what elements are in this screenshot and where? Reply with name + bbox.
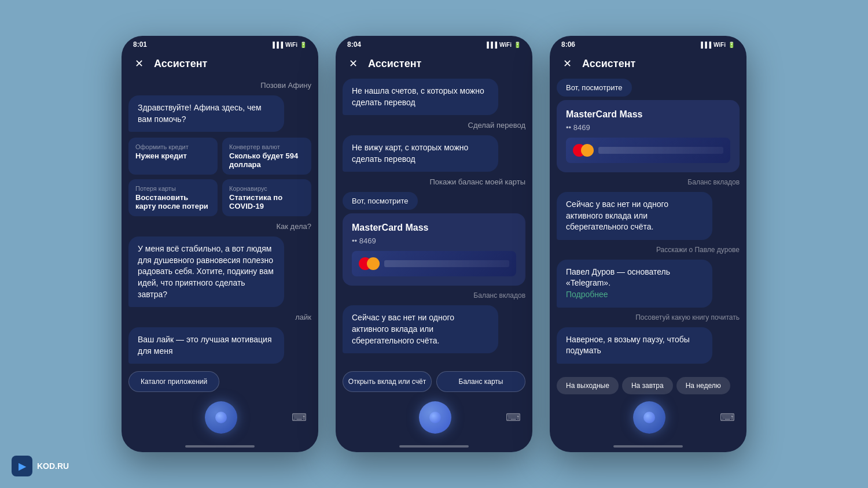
quick-reply-card-loss-label: Потеря карты [135,185,211,192]
battery-icon: 🔋 [300,42,307,48]
close-button-3[interactable]: ✕ [559,56,575,72]
status-icons-3: ▐▐▐ WiFi 🔋 [699,42,735,48]
phone-screen-3: 8:06 ▐▐▐ WiFi 🔋 ✕ Ассистент Вот, посмотр… [550,36,746,452]
suggestion-btn-tomorrow[interactable]: На завтра [622,377,673,394]
home-indicator-2 [399,445,469,448]
keyboard-icon-2[interactable]: ⌨ [506,411,521,424]
msg-user-s2-3: Баланс вкладов [343,289,525,302]
status-bar-2: 8:04 ▐▐▐ WiFi 🔋 [336,36,532,51]
open-account-btn[interactable]: Открыть вклад или счёт [343,371,432,392]
wifi-icon: WiFi [285,42,297,48]
voice-bar-1: ⌨ [122,397,318,443]
nav-title-2: Ассистент [368,58,421,70]
bottom-buttons-2: Открыть вклад или счёт Баланс карты [336,367,532,397]
brand-logo-icon: ▶ [12,456,32,476]
msg-bot-partial: Не нашла счетов, с которых можно сделать… [343,79,498,115]
mastercard-logo-s2 [359,257,380,270]
quick-reply-credit[interactable]: Оформить кредит Нужен кредит [128,138,218,175]
msg-user-2: Как дела? [128,220,311,233]
close-button-1[interactable]: ✕ [131,56,147,72]
home-indicator-1 [185,445,255,448]
nav-bar-3: ✕ Ассистент [550,51,746,79]
quick-reply-covid[interactable]: Коронавирус Статистика по COVID-19 [222,179,311,216]
suggestions-row-3: На выходные На завтра На неделю [550,375,746,397]
phone-screen-1: 8:01 ▐▐▐ WiFi 🔋 ✕ Ассистент Позови Афину… [122,36,318,452]
quick-reply-covid-value: Статистика по COVID-19 [229,193,304,210]
suggestion-btn-week[interactable]: На неделю [676,377,730,394]
voice-button-1[interactable] [205,401,237,434]
suggestion-btn-weekend[interactable]: На выходные [557,377,619,394]
status-bar-1: 8:01 ▐▐▐ WiFi 🔋 [122,36,318,51]
voice-bar-3: ⌨ [550,397,746,443]
time-1: 8:01 [133,40,147,49]
voice-bar-2: ⌨ [336,397,532,443]
keyboard-icon-3[interactable]: ⌨ [720,411,735,424]
nav-bar-2: ✕ Ассистент [336,51,532,79]
quick-reply-currency-value: Сколько будет 594 доллара [229,151,304,169]
card-widget-s2: MasterCard Mass •• 8469 [343,213,525,286]
bot-s3-link[interactable]: Подробнее [566,290,608,299]
card-visual-s2 [352,251,516,276]
close-button-2[interactable]: ✕ [345,56,361,72]
msg-user-3: лайк [128,310,311,324]
chat-area-3: Вот, посмотрите MasterCard Mass •• 8469 … [550,79,746,375]
msg-user-s3-3: Посоветуй какую книгу почитать [557,311,740,324]
chat-area-2: Не нашла счетов, с которых можно сделать… [336,79,532,367]
card-stripe-s2 [384,260,509,267]
bottom-buttons-1: Каталог приложений [122,367,318,397]
nav-bar-1: ✕ Ассистент [122,51,318,79]
home-indicator-3 [613,445,683,448]
signal-icon: ▐▐▐ [271,42,283,48]
msg-bot-s2-1: Не вижу карт, с которых можно сделать пе… [343,135,498,172]
chat-area-1: Позови Афину Здравствуйте! Афина здесь, … [122,79,318,367]
brand-icon-symbol: ▶ [19,461,25,472]
msg-user-s2-1: Сделай перевод [343,119,525,132]
msg-bot-s3-1: Сейчас у вас нет ни одного активного вкл… [557,192,712,240]
keyboard-icon-1[interactable]: ⌨ [292,411,307,424]
bot-s3-main-text: Павел Дуров — основатель «Telegram». [566,267,670,288]
mc-circle-right-s3 [581,144,594,157]
msg-bot-2: У меня всё стабильно, а вот людям для ду… [128,236,284,307]
signal-icon-2: ▐▐▐ [485,42,497,48]
signal-icon-3: ▐▐▐ [699,42,711,48]
quick-reply-covid-label: Коронавирус [229,185,304,192]
voice-btn-inner-2 [429,412,441,423]
voice-btn-inner-3 [643,412,655,423]
voice-button-3[interactable] [633,401,665,434]
card-name-s2: MasterCard Mass [352,223,516,233]
quick-reply-card-loss-value: Восстановить карту после потери [135,193,211,210]
battery-icon-2: 🔋 [514,42,521,48]
brand-name: KOD.RU [37,461,69,471]
card-name-s3: MasterCard Mass [566,109,730,120]
phone-screen-2: 8:04 ▐▐▐ WiFi 🔋 ✕ Ассистент Не нашла сче… [336,36,532,452]
card-number-s3: •• 8469 [566,123,730,132]
battery-icon-3: 🔋 [728,42,735,48]
quick-reply-currency[interactable]: Конвертер валют Сколько будет 594 доллар… [222,138,311,175]
quick-reply-card-loss[interactable]: Потеря карты Восстановить карту после по… [128,179,218,216]
quick-replies-grid: Оформить кредит Нужен кредит Конвертер в… [128,138,311,216]
msg-bot-s3-2: Павел Дуров — основатель «Telegram». Под… [557,260,712,308]
status-icons-1: ▐▐▐ WiFi 🔋 [271,42,307,48]
msg-bot-3: Ваш лайк — это лучшая мотивация для меня [128,327,284,364]
nav-title-1: Ассистент [154,58,207,70]
status-icons-2: ▐▐▐ WiFi 🔋 [485,42,521,48]
quick-reply-credit-label: Оформить кредит [135,143,211,150]
status-bar-3: 8:06 ▐▐▐ WiFi 🔋 [550,36,746,51]
voice-button-2[interactable] [419,401,451,434]
time-3: 8:06 [561,40,575,49]
quick-reply-currency-label: Конвертер валют [229,143,304,150]
wifi-icon-3: WiFi [713,42,726,48]
catalog-button[interactable]: Каталог приложений [128,371,219,392]
inline-btn-s3[interactable]: Вот, посмотрите [557,79,632,97]
mc-circle-right-s2 [367,257,380,270]
time-2: 8:04 [347,40,361,49]
inline-btn-s2[interactable]: Вот, посмотрите [343,192,418,210]
msg-user-1: Позови Афину [128,79,311,92]
msg-bot-s3-3: Наверное, я возьму паузу, чтобы подумать [557,327,712,364]
msg-user-s3-2: Расскажи о Павле дурове [557,243,740,256]
card-visual-s3 [566,138,730,163]
msg-bot-s2-2: Сейчас у вас нет ни одного активного вкл… [343,305,498,353]
msg-user-s2-2: Покажи баланс моей карты [343,175,525,188]
balance-btn[interactable]: Баланс карты [436,371,525,392]
wifi-icon-2: WiFi [499,42,512,48]
